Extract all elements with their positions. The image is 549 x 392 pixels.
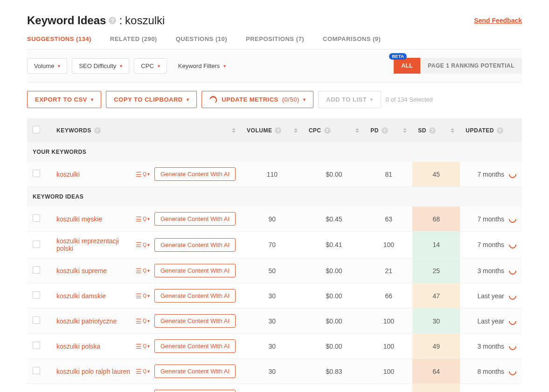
- refresh-icon[interactable]: [507, 290, 518, 301]
- sort-icon[interactable]: [403, 128, 407, 133]
- chevron-down-icon: ▾: [187, 97, 189, 102]
- keyword-tools-icon[interactable]: ☰Q▾: [136, 292, 150, 300]
- send-feedback-link[interactable]: Send Feedback: [474, 17, 522, 24]
- keyword-link[interactable]: koszulki męskie: [56, 215, 102, 223]
- copy-clipboard-button[interactable]: COPY TO CLIPBOARD▾: [106, 91, 197, 108]
- row-checkbox[interactable]: [33, 214, 40, 222]
- tab[interactable]: RELATED (290): [110, 35, 157, 42]
- generate-content-button[interactable]: Generate Content With AI: [154, 238, 236, 252]
- pd-cell: 100: [365, 309, 412, 334]
- help-icon[interactable]: ?: [109, 17, 116, 24]
- volume-filter[interactable]: Volume▾: [27, 58, 67, 74]
- table-row: koszulki polo ralph lauren☰Q▾Generate Co…: [27, 359, 522, 384]
- select-all-checkbox[interactable]: [33, 126, 40, 133]
- col-volume-label: VOLUME: [247, 127, 272, 134]
- pd-cell: 100: [365, 359, 412, 384]
- col-pd[interactable]: PD?: [365, 118, 412, 142]
- keyword-tools-icon[interactable]: ☰Q▾: [136, 171, 150, 178]
- generate-content-button[interactable]: Generate Content With AI: [154, 390, 236, 392]
- table-row: koszulki tommy hilfiger☰Q▾Generate Conte…: [27, 384, 522, 392]
- refresh-icon[interactable]: [507, 169, 518, 179]
- row-checkbox[interactable]: [33, 342, 40, 349]
- refresh-icon[interactable]: [507, 341, 518, 351]
- tab[interactable]: SUGGESTIONS (134): [27, 35, 91, 42]
- keyword-tools-icon[interactable]: ☰Q▾: [136, 267, 150, 275]
- keywords-table: KEYWORDS? VOLUME? CPC? PD? SD? UPDATED? …: [27, 118, 522, 392]
- col-cpc-label: CPC: [309, 127, 321, 134]
- tab[interactable]: COMPARISONS (9): [323, 35, 381, 42]
- generate-content-button[interactable]: Generate Content With AI: [154, 339, 236, 353]
- row-checkbox[interactable]: [33, 266, 40, 274]
- row-checkbox[interactable]: [33, 241, 40, 248]
- refresh-icon[interactable]: [507, 213, 518, 224]
- keyword-link[interactable]: koszulki: [56, 171, 80, 178]
- volume-cell: 20: [241, 384, 303, 392]
- col-updated: UPDATED?: [460, 118, 522, 142]
- tab[interactable]: QUESTIONS (10): [176, 35, 227, 42]
- update-metrics-button[interactable]: UPDATE METRICS (0/50) ▾: [202, 91, 313, 108]
- volume-cell: 30: [241, 309, 303, 334]
- sd-cell: 64: [412, 359, 460, 384]
- keyword-link[interactable]: koszulki polska: [56, 343, 100, 350]
- help-icon[interactable]: ?: [429, 127, 436, 134]
- help-icon[interactable]: ?: [275, 127, 281, 134]
- keyword-link[interactable]: koszulki polo ralph lauren: [56, 368, 130, 375]
- cpc-filter[interactable]: CPC▾: [134, 58, 167, 74]
- col-sd[interactable]: SD?: [412, 118, 460, 142]
- updated-text: Last year: [477, 292, 504, 300]
- generate-content-button[interactable]: Generate Content With AI: [154, 212, 236, 226]
- generate-content-button[interactable]: Generate Content With AI: [154, 364, 236, 378]
- table-row: koszulki reprezentacji polski☰Q▾Generate…: [27, 232, 522, 258]
- refresh-icon[interactable]: [507, 265, 518, 276]
- beta-badge: BETA: [389, 53, 407, 60]
- seo-difficulty-filter[interactable]: SEO Difficulty▾: [72, 58, 129, 74]
- tab[interactable]: PREPOSITIONS (7): [246, 35, 304, 42]
- keyword-tools-icon[interactable]: ☰Q▾: [136, 317, 150, 325]
- cpc-cell: $0.00: [303, 384, 365, 392]
- generate-content-button[interactable]: Generate Content With AI: [154, 289, 236, 303]
- help-icon[interactable]: ?: [497, 127, 503, 134]
- help-icon[interactable]: ?: [324, 127, 331, 134]
- refresh-icon[interactable]: [507, 366, 518, 377]
- help-icon[interactable]: ?: [94, 127, 101, 134]
- sort-icon[interactable]: [355, 128, 359, 133]
- chevron-down-icon: ▾: [370, 97, 373, 102]
- keyword-tools-icon[interactable]: ☰Q▾: [136, 241, 150, 248]
- row-checkbox[interactable]: [33, 316, 40, 324]
- volume-filter-label: Volume: [34, 62, 54, 69]
- col-volume[interactable]: VOLUME?: [241, 118, 303, 142]
- generate-content-button[interactable]: Generate Content With AI: [154, 264, 236, 277]
- toggle-page1[interactable]: PAGE 1 RANKING POTENTIAL: [420, 58, 522, 74]
- keyword-tools-icon[interactable]: ☰Q▾: [136, 215, 150, 223]
- row-checkbox[interactable]: [33, 291, 40, 299]
- keyword-tools-icon[interactable]: ☰Q▾: [136, 343, 150, 350]
- table-row: koszulki☰Q▾Generate Content With AI110$0…: [27, 162, 522, 187]
- add-to-list-button[interactable]: ADD TO LIST▾: [318, 91, 381, 108]
- keyword-link[interactable]: koszulki patriotyczne: [56, 317, 117, 325]
- keyword-link[interactable]: koszulki supreme: [56, 267, 107, 275]
- export-csv-button[interactable]: EXPORT TO CSV▾: [27, 91, 101, 108]
- keyword-link[interactable]: koszulki damskie: [56, 292, 106, 300]
- generate-content-button[interactable]: Generate Content With AI: [154, 314, 236, 328]
- refresh-icon[interactable]: [507, 316, 518, 326]
- chevron-down-icon: ▾: [158, 63, 160, 69]
- keyword-filters[interactable]: Keyword Filters▾: [172, 59, 233, 73]
- add-label: ADD TO LIST: [326, 96, 367, 103]
- col-updated-label: UPDATED: [466, 127, 494, 134]
- keyword-tools-icon[interactable]: ☰Q▾: [136, 368, 150, 375]
- row-checkbox[interactable]: [33, 367, 40, 374]
- generate-content-button[interactable]: Generate Content With AI: [154, 167, 236, 181]
- sort-icon[interactable]: [232, 128, 236, 133]
- col-keywords[interactable]: KEYWORDS?: [51, 118, 241, 142]
- refresh-icon[interactable]: [507, 240, 518, 250]
- keyword-filters-label: Keyword Filters: [178, 62, 220, 69]
- col-cpc[interactable]: CPC?: [303, 118, 365, 142]
- toggle-all[interactable]: ALL: [394, 58, 420, 74]
- volume-cell: 50: [241, 258, 303, 283]
- help-icon[interactable]: ?: [382, 127, 388, 134]
- keyword-link[interactable]: koszulki reprezentacji polski: [56, 237, 131, 252]
- sort-icon[interactable]: [451, 128, 454, 133]
- sort-icon[interactable]: [294, 128, 298, 133]
- cpc-cell: $0.41: [303, 232, 365, 258]
- row-checkbox[interactable]: [33, 170, 40, 177]
